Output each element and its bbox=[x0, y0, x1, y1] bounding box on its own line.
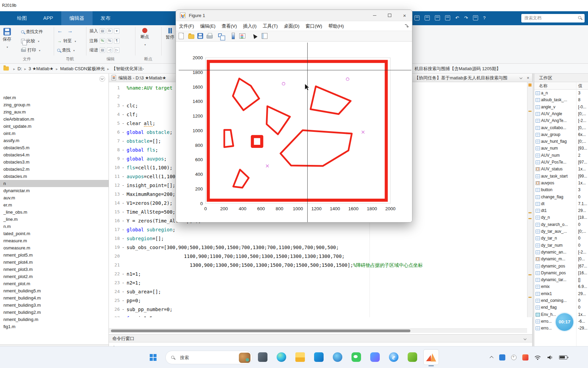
back-button[interactable]: ← bbox=[57, 27, 63, 35]
tray-app-blue-icon[interactable] bbox=[499, 354, 505, 361]
breadcrumb-segment[interactable]: 3 ★Matlab★ bbox=[29, 66, 53, 71]
file-list-item[interactable]: _line.m bbox=[0, 216, 109, 223]
breakpoint-gutter[interactable]: - bbox=[122, 154, 126, 163]
ribbon-tab-编辑器[interactable]: 编辑器 bbox=[61, 11, 93, 25]
workspace-row[interactable]: end_coming...0 bbox=[534, 297, 588, 304]
line-number[interactable]: 6 bbox=[109, 128, 120, 137]
comment-icon[interactable]: % bbox=[100, 38, 105, 44]
ribbon-tab-APP[interactable]: APP bbox=[35, 11, 61, 25]
line-number[interactable]: 5 bbox=[109, 119, 120, 128]
file-list-item[interactable]: oint_update.m bbox=[0, 123, 109, 130]
save-figure-icon[interactable] bbox=[197, 33, 203, 39]
line-number[interactable]: 17 bbox=[109, 225, 120, 234]
tray-app-red-icon[interactable] bbox=[522, 354, 528, 361]
breakpoint-gutter[interactable]: - bbox=[122, 101, 126, 110]
line-number[interactable]: 27 bbox=[109, 314, 120, 317]
find-button[interactable]: 查找 bbox=[57, 46, 75, 54]
figure-menu-文[interactable]: 文件(F) bbox=[176, 21, 197, 31]
line-number[interactable]: 26 bbox=[109, 305, 120, 314]
breakpoint-gutter[interactable]: - bbox=[122, 305, 126, 314]
ribbon-tab-发布[interactable]: 发布 bbox=[93, 11, 119, 25]
breadcrumb-segment[interactable]: D: bbox=[18, 66, 22, 71]
indent-right-icon[interactable]: ▷ bbox=[114, 47, 119, 53]
file-list-item[interactable]: obstacles5.m bbox=[0, 144, 109, 151]
editor-minimize-chevron-icon[interactable] bbox=[520, 76, 522, 79]
line-number[interactable]: 13 bbox=[109, 190, 120, 199]
file-list-item[interactable]: nment_buliding.m bbox=[0, 316, 109, 323]
taskbar-icon-meeting[interactable] bbox=[367, 349, 383, 365]
figure-menu-窗[interactable]: 窗口(W) bbox=[303, 21, 325, 31]
minimize-button[interactable] bbox=[367, 10, 382, 21]
maximize-button[interactable] bbox=[382, 10, 397, 21]
workspace-row[interactable]: auv_num[93... bbox=[534, 145, 588, 152]
smart-indent-icon[interactable]: ▤ bbox=[100, 47, 105, 53]
line-number[interactable]: 25 bbox=[109, 296, 120, 305]
print-figure-icon[interactable] bbox=[207, 35, 213, 39]
breakpoints-button[interactable]: 断点 bbox=[141, 28, 149, 47]
uncomment-icon[interactable]: % bbox=[107, 38, 112, 44]
breakpoint-gutter[interactable]: - bbox=[122, 190, 126, 199]
figure-menu-编[interactable]: 编辑(E) bbox=[197, 21, 218, 31]
line-number[interactable]: 8 bbox=[109, 145, 120, 154]
line-number[interactable]: 12 bbox=[109, 181, 120, 190]
breakpoint-gutter[interactable]: - bbox=[122, 208, 126, 216]
edit-plot-icon[interactable] bbox=[251, 33, 257, 39]
save-button[interactable]: 保存 bbox=[3, 28, 11, 49]
workspace-row[interactable]: auv_task_start[99... bbox=[534, 173, 588, 180]
breakpoint-gutter[interactable]: - bbox=[122, 172, 126, 181]
file-list-item[interactable]: tated_point.m bbox=[0, 230, 109, 237]
analyzer-tick[interactable] bbox=[528, 218, 532, 219]
taskbar-icon-ie[interactable] bbox=[386, 349, 402, 365]
workspace-row[interactable]: button3 bbox=[534, 186, 588, 193]
line-number[interactable]: 24 bbox=[109, 287, 120, 296]
figure-titlebar[interactable]: Figure 1 × bbox=[176, 10, 412, 21]
insert-function-icon[interactable]: fx bbox=[107, 28, 112, 34]
workspace-row[interactable]: dt129... bbox=[534, 207, 588, 214]
undo-icon[interactable]: ↶ bbox=[455, 15, 459, 20]
breakpoint-gutter[interactable]: - bbox=[122, 199, 126, 208]
file-list-item[interactable]: zing_auv.m bbox=[0, 108, 109, 116]
figure-menu-桌[interactable]: 桌面(D) bbox=[281, 21, 303, 31]
search-highlight-image[interactable] bbox=[239, 353, 250, 363]
code-line[interactable]: 18-subregion=[]; bbox=[109, 234, 527, 243]
workspace-row[interactable]: emix129... bbox=[534, 290, 588, 297]
line-number[interactable]: 16 bbox=[109, 216, 120, 225]
open-file-icon[interactable] bbox=[188, 34, 194, 39]
code-line[interactable]: 27-for i=1:5 bbox=[109, 314, 527, 317]
breakpoint-gutter[interactable]: - bbox=[122, 314, 126, 317]
line-number[interactable]: 2 bbox=[109, 92, 120, 101]
taskbar-icon-file-explorer[interactable] bbox=[292, 349, 308, 365]
close-button[interactable]: × bbox=[397, 10, 412, 21]
insert-more-icon[interactable]: ▾ bbox=[114, 28, 119, 34]
figure-menu-工[interactable]: 工具(T) bbox=[260, 21, 281, 31]
indent-left-icon[interactable]: ◁ bbox=[107, 47, 112, 53]
file-list-item[interactable]: nment_plot2.m bbox=[0, 273, 109, 280]
workspace-row[interactable]: AUV_PosTe...[97... bbox=[534, 159, 588, 166]
file-list-item[interactable]: fig1.m bbox=[0, 323, 109, 330]
workspace-row[interactable]: {}AUV_status1x... bbox=[534, 166, 588, 172]
file-list-item[interactable]: nment_plot.m bbox=[0, 280, 109, 287]
taskbar-icon-wechat[interactable] bbox=[348, 349, 364, 365]
workspace-row[interactable]: {}dynamic_m...[0... bbox=[534, 256, 588, 262]
workspace-row[interactable]: dy_tar_num0 bbox=[534, 242, 588, 249]
line-number[interactable]: 4 bbox=[109, 110, 120, 119]
tray-chevron-up-icon[interactable] bbox=[490, 356, 493, 360]
pause-button[interactable]: 暂停 bbox=[166, 28, 174, 40]
file-list-item[interactable]: nment_plot5.m bbox=[0, 251, 109, 259]
wifi-icon[interactable] bbox=[534, 355, 541, 360]
workspace-row[interactable]: dt7.1... bbox=[534, 200, 588, 207]
breakpoint-gutter[interactable]: - bbox=[122, 128, 126, 137]
workspace-row[interactable]: dy_tar_n0 bbox=[534, 235, 588, 242]
redo-icon[interactable]: ↷ bbox=[464, 15, 468, 20]
analyzer-tick[interactable] bbox=[528, 212, 532, 213]
workspace-row[interactable]: change_flag0 bbox=[534, 194, 588, 200]
breakpoint-gutter[interactable]: - bbox=[122, 278, 126, 287]
workspace-row[interactable]: a_n3 bbox=[534, 90, 588, 96]
workspace-row[interactable]: AUV_AngTe...[-2... bbox=[534, 117, 588, 124]
analyzer-tick[interactable] bbox=[528, 111, 532, 112]
file-list-item[interactable]: obstacles4.m bbox=[0, 151, 109, 158]
breakpoint-gutter[interactable]: - bbox=[122, 181, 126, 190]
figure-plot-svg[interactable]: 0200400600800100012001400160018002000020… bbox=[176, 42, 412, 223]
breakpoint-gutter[interactable]: - bbox=[122, 110, 126, 119]
taskbar-icon-edge-round[interactable] bbox=[330, 349, 345, 365]
